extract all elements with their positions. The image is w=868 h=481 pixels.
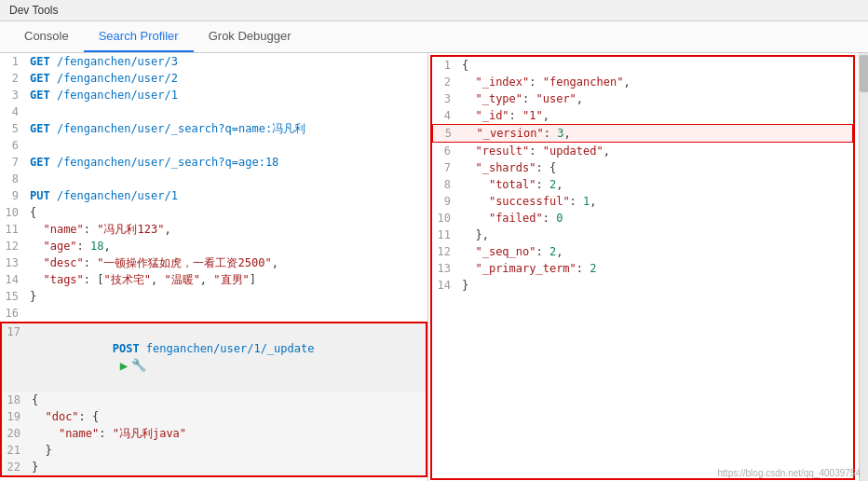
tab-grok-debugger[interactable]: Grok Debugger [194,21,306,52]
line-12: 12 "age": 18, [0,238,427,254]
right-line-3: 3 "_type": "user", [432,90,853,107]
left-code-area: 1 GET /fenganchen/user/3 2 GET /fenganch… [0,53,427,481]
right-line-14: 14 } [432,277,853,294]
line-4: 4 [0,103,427,120]
right-line-5: 5 "_version": 3, [432,124,853,143]
right-line-13: 13 "_primary_term": 2 [432,260,853,277]
line-11: 11 "name": "冯凡利123", [0,221,427,238]
line-14: 14 "tags": ["技术宅", "温暖", "直男"] [0,271,427,288]
line-8: 8 [0,171,427,187]
right-line-11: 11 }, [432,227,853,243]
wrench-icon[interactable]: 🔧 [131,357,146,374]
line-15: 15 } [0,288,427,305]
run-button[interactable]: ▶ [120,357,128,374]
tab-bar: Console Search Profiler Grok Debugger [0,21,868,53]
line-5: 5 GET /fenganchen/user/_search?q=name:冯凡… [0,120,427,137]
line-17: 17 POST fenganchen/user/1/_update ▶ 🔧 [2,323,426,392]
right-output-panel: 1 { 2 "_index": "fenganchen", 3 "_type":… [428,53,868,481]
line-20: 20 "name": "冯凡利java" [2,425,426,442]
right-line-1: 1 { [432,57,853,74]
line-1: 1 GET /fenganchen/user/3 [0,53,427,70]
line-7: 7 GET /fenganchen/user/_search?q=age:18 [0,154,427,171]
right-line-10: 10 "failed": 0 [432,210,853,227]
left-editor-panel: 1 GET /fenganchen/user/3 2 GET /fenganch… [0,53,428,481]
line-3: 3 GET /fenganchen/user/1 [0,87,427,103]
right-line-9: 9 "successful": 1, [432,193,853,210]
right-line-12: 12 "_seq_no": 2, [432,243,853,260]
title-bar: Dev Tools [0,0,868,21]
right-line-7: 7 "_shards": { [432,159,853,176]
line-10: 10 { [0,204,427,221]
response-block: 1 { 2 "_index": "fenganchen", 3 "_type":… [430,55,855,480]
line-19: 19 "doc": { [2,408,426,425]
line-13: 13 "desc": "一顿操作猛如虎，一看工资2500", [0,254,427,271]
right-code-area: 1 { 2 "_index": "fenganchen", 3 "_type":… [432,57,853,294]
line-6: 6 [0,137,427,154]
title-label: Dev Tools [9,4,58,17]
right-line-2: 2 "_index": "fenganchen", [432,74,853,90]
right-line-4: 4 "_id": "1", [432,107,853,124]
line-2: 2 GET /fenganchen/user/2 [0,70,427,87]
line-21: 21 } [2,442,426,459]
right-line-6: 6 "result": "updated", [432,143,853,159]
line-22: 22 } [2,459,426,475]
line-18: 18 { [2,392,426,408]
line-9: 9 PUT /fenganchen/user/1 [0,187,427,204]
right-line-8: 8 "total": 2, [432,176,853,193]
tab-search-profiler[interactable]: Search Profiler [84,21,194,52]
tab-console[interactable]: Console [9,21,84,52]
line-16: 16 [0,305,427,322]
watermark: https://blog.csdn.net/qq_40039754 [718,468,861,478]
